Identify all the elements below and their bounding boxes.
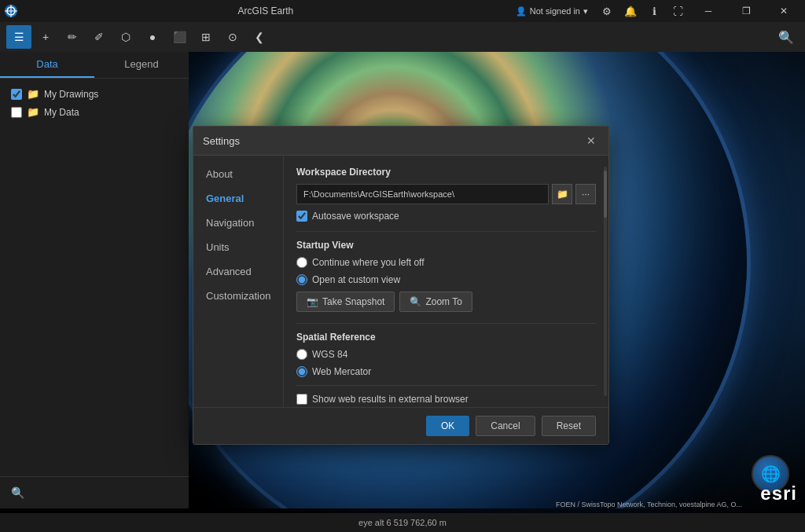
section-divider-3 xyxy=(296,385,596,386)
folder-icon: 📁 xyxy=(27,88,39,100)
toolbar-bookmark-btn[interactable]: ⬛ xyxy=(167,25,192,49)
cancel-button[interactable]: Cancel xyxy=(476,416,535,436)
web-mercator-label: Web Mercator xyxy=(312,366,371,377)
settings-nav-navigation[interactable]: Navigation xyxy=(193,211,283,235)
fullscreen-icon-btn[interactable]: ⛶ xyxy=(667,0,689,22)
workspace-path-row: 📁 ··· xyxy=(296,184,596,204)
settings-nav-general[interactable]: General xyxy=(193,186,283,211)
chevron-down-icon: ▾ xyxy=(583,6,588,17)
zoom-to-label: Zoom To xyxy=(425,296,461,307)
zoom-icon: 🔍 xyxy=(410,296,421,307)
startup-view-field: Startup View Continue where you left off… xyxy=(296,240,596,312)
open-custom-label: Open at custom view xyxy=(312,274,400,285)
list-item[interactable]: 📁 My Data xyxy=(6,103,182,121)
map-attribution: FOEN / SwissTopo Network, Technion, voes… xyxy=(556,501,742,508)
toolbar-edit-btn[interactable]: ✏ xyxy=(60,25,85,49)
take-snapshot-label: Take Snapshot xyxy=(322,296,384,307)
settings-nav: About General Navigation Units Advanced … xyxy=(193,156,284,407)
workspace-directory-field: Workspace Directory 📁 ··· Autosave works… xyxy=(296,167,596,222)
sidebar-tabs: Data Legend xyxy=(0,52,189,79)
my-drawings-checkbox[interactable] xyxy=(11,89,22,100)
settings-footer: OK Cancel Reset xyxy=(193,407,608,444)
take-snapshot-button[interactable]: 📷 Take Snapshot xyxy=(296,292,395,312)
open-custom-radio[interactable] xyxy=(296,274,307,285)
my-drawings-label: My Drawings xyxy=(44,89,98,100)
titlebar-controls: 👤 Not signed in ▾ ⚙ 🔔 ℹ ⛶ ─ ❐ ✕ xyxy=(509,0,805,22)
wgs84-radio[interactable] xyxy=(296,349,307,360)
toolbar-globe-btn[interactable]: ⊙ xyxy=(220,25,245,49)
continue-radio[interactable] xyxy=(296,257,307,268)
dialog-title: Settings xyxy=(203,135,240,147)
web-mercator-radio-row: Web Mercator xyxy=(296,366,596,377)
settings-nav-about[interactable]: About xyxy=(193,162,283,186)
toolbar-add-btn[interactable]: + xyxy=(33,25,58,49)
wgs84-label: WGS 84 xyxy=(312,349,347,360)
section-divider xyxy=(296,231,596,232)
zoom-to-button[interactable]: 🔍 Zoom To xyxy=(399,292,472,312)
sidebar-content: 📁 My Drawings 📁 My Data xyxy=(0,79,189,476)
autosave-row: Autosave workspace xyxy=(296,211,596,222)
folder-icon: 📁 xyxy=(27,106,39,118)
minimize-button[interactable]: ─ xyxy=(690,0,726,22)
startup-view-label: Startup View xyxy=(296,240,596,251)
esri-logo: esri xyxy=(760,482,797,504)
section-divider-2 xyxy=(296,323,596,324)
more-options-button[interactable]: ··· xyxy=(575,184,596,204)
app-icon xyxy=(0,0,22,22)
browse-folder-button[interactable]: 📁 xyxy=(552,184,572,204)
notification-icon-btn[interactable]: 🔔 xyxy=(619,0,641,22)
dialog-close-button[interactable]: ✕ xyxy=(583,133,599,149)
scroll-indicator xyxy=(604,167,607,396)
titlebar: ArcGIS Earth 👤 Not signed in ▾ ⚙ 🔔 ℹ ⛶ ─… xyxy=(0,0,805,22)
status-bar: eye alt 6 519 762,60 m xyxy=(0,513,805,532)
ok-button[interactable]: OK xyxy=(426,416,469,436)
continue-label: Continue where you left off xyxy=(312,257,425,268)
list-item[interactable]: 📁 My Drawings xyxy=(6,85,182,103)
settings-icon-btn[interactable]: ⚙ xyxy=(596,0,618,22)
web-mercator-radio[interactable] xyxy=(296,366,307,377)
show-web-checkbox[interactable] xyxy=(296,394,307,405)
toolbar-sketch-btn[interactable]: ✐ xyxy=(86,25,112,49)
user-menu[interactable]: 👤 Not signed in ▾ xyxy=(509,0,594,22)
tab-legend[interactable]: Legend xyxy=(94,52,189,78)
restore-button[interactable]: ❐ xyxy=(728,0,764,22)
settings-nav-customization[interactable]: Customization xyxy=(193,284,283,308)
show-web-label: Show web results in external browser xyxy=(312,394,469,405)
show-web-row: Show web results in external browser xyxy=(296,394,596,405)
close-button[interactable]: ✕ xyxy=(766,0,802,22)
toolbar-collapse-btn[interactable]: ❮ xyxy=(247,25,272,49)
user-label: Not signed in xyxy=(530,6,580,16)
search-icon-button[interactable]: 🔍 xyxy=(6,482,28,504)
reset-button[interactable]: Reset xyxy=(542,416,596,436)
settings-body: About General Navigation Units Advanced … xyxy=(193,156,608,407)
startup-action-buttons: 📷 Take Snapshot 🔍 Zoom To xyxy=(296,292,596,312)
scroll-thumb xyxy=(604,171,607,218)
status-text: eye alt 6 519 762,60 m xyxy=(358,518,447,527)
tab-data[interactable]: Data xyxy=(0,52,94,78)
wgs84-radio-row: WGS 84 xyxy=(296,349,596,360)
autosave-checkbox[interactable] xyxy=(296,211,307,222)
autosave-label: Autosave workspace xyxy=(312,211,399,222)
dialog-titlebar: Settings ✕ xyxy=(193,127,608,156)
workspace-directory-label: Workspace Directory xyxy=(296,167,596,178)
spatial-reference-label: Spatial Reference xyxy=(296,332,596,343)
main-toolbar: ☰ + ✏ ✐ ⬡ ● ⬛ ⊞ ⊙ ❮ 🔍 xyxy=(0,22,805,52)
continue-radio-row: Continue where you left off xyxy=(296,257,596,268)
toolbar-point-btn[interactable]: ● xyxy=(140,25,165,49)
info-icon-btn[interactable]: ℹ xyxy=(643,0,665,22)
settings-dialog: Settings ✕ About General Navigation Unit… xyxy=(193,126,609,445)
toolbar-polygon-btn[interactable]: ⬡ xyxy=(113,25,138,49)
user-icon: 👤 xyxy=(516,6,527,17)
settings-nav-units[interactable]: Units xyxy=(193,235,283,259)
my-data-label: My Data xyxy=(44,107,79,118)
my-data-checkbox[interactable] xyxy=(11,107,22,118)
camera-icon: 📷 xyxy=(307,296,318,307)
toolbar-search-btn[interactable]: 🔍 xyxy=(774,25,799,49)
toolbar-menu-btn[interactable]: ☰ xyxy=(6,25,31,49)
settings-nav-advanced[interactable]: Advanced xyxy=(193,259,283,284)
toolbar-basemap-btn[interactable]: ⊞ xyxy=(193,25,219,49)
sidebar: Data Legend 📁 My Drawings 📁 My Data 🔍 xyxy=(0,52,189,508)
app-title: ArcGIS Earth xyxy=(22,6,509,17)
workspace-path-input[interactable] xyxy=(296,184,549,204)
settings-content-panel: Workspace Directory 📁 ··· Autosave works… xyxy=(284,156,608,407)
